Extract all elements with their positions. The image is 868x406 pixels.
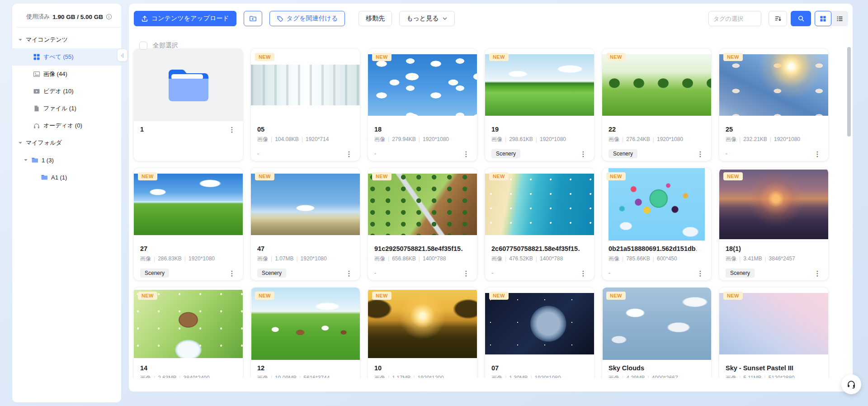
sidebar-item-マイコンテンツ[interactable]: マイコンテンツ: [12, 31, 121, 48]
card-thumbnail[interactable]: NEW: [134, 168, 243, 241]
card-title: 14: [140, 364, 147, 372]
asset-card[interactable]: NEW18画像|279.94KB|1920*1080-⋮: [368, 49, 477, 161]
card-thumbnail[interactable]: NEW: [251, 288, 360, 360]
card-thumbnail[interactable]: NEW: [602, 168, 711, 241]
sidebar-item-A1[interactable]: A1 (1): [12, 169, 121, 186]
asset-card[interactable]: NEW25画像|232.21KB|1920*1080-⋮: [719, 49, 828, 161]
card-thumbnail[interactable]: NEW: [602, 49, 711, 121]
asset-card[interactable]: NEW22画像|276.24KB|1920*1080Scenery⋮: [602, 49, 711, 161]
content-tree: マイコンテンツすべて (55)画像 (44)ビデオ (10)ファイル (1)オー…: [12, 29, 121, 186]
file-icon: [33, 105, 40, 112]
card-thumbnail[interactable]: [134, 49, 243, 121]
asset-card[interactable]: NEW2c607750758821.58e4f35f15…画像|476.52KB…: [485, 168, 594, 280]
tag-chip[interactable]: Scenery: [140, 269, 169, 278]
card-meta: 画像|104.08KB|1920*714: [257, 136, 354, 143]
asset-card[interactable]: NEW0b21a518880691.562d151db…画像|785.66KB|…: [602, 168, 711, 280]
list-view-button[interactable]: [831, 11, 848, 26]
card-thumbnail[interactable]: NEW: [251, 168, 360, 241]
card-tag-row: Scenery⋮: [257, 268, 354, 278]
new-badge: NEW: [723, 53, 743, 61]
card-title: Sky Clouds: [609, 364, 644, 372]
card-thumbnail[interactable]: NEW: [719, 49, 828, 121]
tag-filter-input[interactable]: [708, 11, 761, 26]
select-all-checkbox[interactable]: [139, 42, 147, 50]
tag-chip[interactable]: Scenery: [609, 149, 637, 158]
info-icon[interactable]: [106, 14, 112, 20]
asset-card[interactable]: NEW10画像|1.17MB|1920*1200-⋮: [368, 288, 477, 378]
card-more-actions-button[interactable]: ⋮: [462, 270, 471, 277]
asset-card[interactable]: NEW12画像|10.09MB|5616*3744-⋮: [251, 288, 360, 378]
card-more-actions-button[interactable]: ⋮: [344, 270, 354, 277]
card-more-actions-button[interactable]: ⋮: [344, 151, 354, 157]
card-title: 10: [374, 364, 382, 372]
asset-card[interactable]: NEW07画像|1.30MB|1920*1080-⋮: [485, 288, 594, 378]
upload-content-button[interactable]: コンテンツをアップロード: [134, 11, 236, 26]
card-thumbnail[interactable]: NEW: [368, 49, 477, 121]
search-button[interactable]: [791, 11, 811, 26]
sidebar-item-label: A1 (1): [51, 174, 67, 181]
caret-down-icon[interactable]: [18, 141, 23, 145]
folder-icon: [41, 174, 48, 181]
caret-down-icon[interactable]: [18, 38, 23, 42]
asset-card[interactable]: NEWSky - Sunset Pastel III画像|5.11MB|5120…: [719, 288, 828, 378]
card-thumbnail[interactable]: NEW: [368, 168, 477, 241]
tag-chip[interactable]: Scenery: [726, 269, 755, 278]
caret-down-icon[interactable]: [24, 158, 28, 162]
card-title: 18(1): [726, 245, 741, 252]
card-more-actions-button[interactable]: ⋮: [579, 270, 588, 277]
card-more-actions-button[interactable]: ⋮: [227, 270, 236, 277]
card-more-actions-button[interactable]: ⋮: [813, 151, 822, 157]
card-more-actions-button[interactable]: ⋮: [227, 126, 236, 133]
card-more-actions-button[interactable]: ⋮: [579, 151, 588, 157]
sidebar-item-画像[interactable]: 画像 (44): [12, 66, 121, 83]
card-thumbnail[interactable]: NEW: [719, 168, 828, 241]
card-thumbnail[interactable]: NEW: [368, 288, 477, 360]
vertical-scrollbar[interactable]: [847, 47, 851, 137]
new-folder-button[interactable]: [244, 11, 262, 26]
thumbnail-image: [485, 293, 594, 354]
card-thumbnail[interactable]: NEW: [485, 288, 594, 360]
thumbnail-image: [368, 290, 477, 358]
card-meta: 画像|4.29MB|4000*2667: [609, 374, 705, 378]
move-to-button[interactable]: 移動先: [359, 11, 392, 26]
asset-card[interactable]: NEW14画像|2.63MB|3840*2400-⋮: [134, 288, 243, 378]
card-more-actions-button[interactable]: ⋮: [696, 151, 705, 157]
card-more-actions-button[interactable]: ⋮: [813, 270, 822, 277]
asset-card[interactable]: NEW05画像|104.08KB|1920*714-⋮: [251, 49, 360, 161]
card-more-actions-button[interactable]: ⋮: [696, 270, 705, 277]
thumbnail-image: [368, 54, 477, 116]
card-thumbnail[interactable]: NEW: [251, 49, 360, 121]
grid-view-button[interactable]: [815, 11, 831, 26]
sidebar-collapse-handle[interactable]: ‹|: [117, 49, 127, 61]
support-button[interactable]: [841, 374, 861, 394]
sidebar-item-1[interactable]: 1 (3): [12, 151, 121, 169]
asset-card[interactable]: NEW27画像|286.83KB|1920*1080Scenery⋮: [134, 168, 243, 280]
sidebar-item-ファイル[interactable]: ファイル (1): [12, 100, 121, 117]
asset-card[interactable]: NEWSky Clouds画像|4.29MB|4000*2667-⋮: [602, 288, 711, 378]
associate-tag-button[interactable]: タグを関連付ける: [269, 11, 345, 26]
tag-chip[interactable]: Scenery: [491, 149, 520, 158]
move-to-label: 移動先: [366, 14, 385, 23]
more-button[interactable]: もっと見る: [399, 11, 454, 26]
card-tag-row: -⋮: [609, 268, 705, 278]
sort-button[interactable]: [769, 11, 787, 26]
new-badge: NEW: [606, 53, 626, 61]
sidebar-item-ビデオ[interactable]: ビデオ (10): [12, 83, 121, 100]
asset-card[interactable]: NEW91c29250758821.58e4f35f15…画像|656.86KB…: [368, 168, 477, 280]
card-more-actions-button[interactable]: ⋮: [462, 151, 471, 157]
tag-icon: [277, 15, 283, 22]
sidebar-item-label: マイフォルダ: [26, 139, 62, 147]
card-thumbnail[interactable]: NEW: [485, 49, 594, 121]
sidebar-item-マイフォルダ[interactable]: マイフォルダ: [12, 134, 121, 151]
asset-card[interactable]: NEW19画像|298.61KB|1920*1080Scenery⋮: [485, 49, 594, 161]
card-thumbnail[interactable]: NEW: [485, 168, 594, 241]
sidebar-item-オーディオ[interactable]: オーディオ (0): [12, 117, 121, 134]
card-thumbnail[interactable]: NEW: [134, 288, 243, 360]
folder-card[interactable]: 1⋮: [134, 49, 243, 161]
card-thumbnail[interactable]: NEW: [602, 288, 711, 360]
asset-card[interactable]: NEW47画像|1.07MB|1920*1080Scenery⋮: [251, 168, 360, 280]
sidebar-item-すべて[interactable]: すべて (55): [12, 48, 121, 66]
asset-card[interactable]: NEW18(1)画像|3.41MB|3846*2457Scenery⋮: [719, 168, 828, 280]
card-thumbnail[interactable]: NEW: [719, 288, 828, 360]
tag-chip[interactable]: Scenery: [257, 269, 286, 278]
